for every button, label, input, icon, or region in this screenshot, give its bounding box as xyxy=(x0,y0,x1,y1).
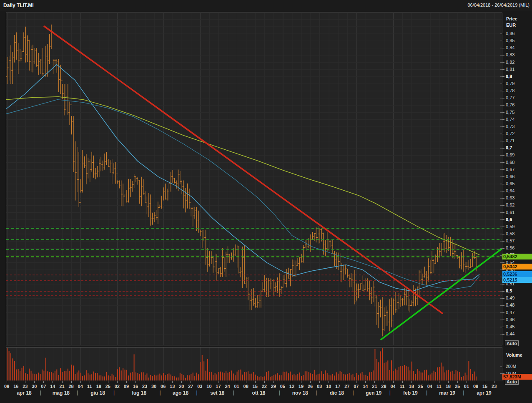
price-panel[interactable] xyxy=(6,13,502,345)
day-label: 10 xyxy=(326,384,331,389)
time-tick xyxy=(99,381,99,383)
time-tick xyxy=(136,381,136,383)
volume-panel[interactable] xyxy=(6,347,502,381)
price-tick-label: 0,64 xyxy=(502,188,532,193)
time-tick xyxy=(347,381,347,383)
month-label: mar 19 xyxy=(439,390,455,396)
price-tick-label: 0,79 xyxy=(502,81,532,86)
day-label: 07 xyxy=(354,384,359,389)
time-tick xyxy=(301,381,301,383)
month-separator: | xyxy=(233,390,234,395)
day-label: 30 xyxy=(151,384,156,389)
day-label: 01 xyxy=(464,384,469,389)
time-tick xyxy=(209,381,209,383)
time-tick xyxy=(374,381,375,383)
time-tick xyxy=(467,381,467,383)
day-label: 22 xyxy=(262,384,267,389)
day-label: 29 xyxy=(271,384,276,389)
month-label: dic 18 xyxy=(330,390,344,396)
price-tick-label: 0,62 xyxy=(502,202,532,207)
price-tick-label: 0,84 xyxy=(502,45,532,50)
time-tick xyxy=(402,381,403,383)
time-tick xyxy=(126,381,127,383)
time-tick xyxy=(62,381,63,383)
volume-chart-canvas[interactable] xyxy=(6,348,502,381)
price-tick-label: 0,75 xyxy=(502,110,532,115)
day-label: 27 xyxy=(344,384,349,389)
price-tick-label: 0,74 xyxy=(502,117,532,122)
day-label: 20 xyxy=(179,384,184,389)
time-tick xyxy=(71,381,72,383)
price-axis: Price EUR 0,860,850,840,830,820,810,80,7… xyxy=(502,13,532,345)
price-tick-label: 0,47 xyxy=(502,310,532,315)
month-separator: | xyxy=(279,390,280,395)
month-separator: | xyxy=(196,390,198,395)
month-label: apr 19 xyxy=(477,390,491,396)
price-tick-label: 0,49 xyxy=(502,295,532,300)
day-label: 17 xyxy=(335,384,340,389)
month-label: apr 18 xyxy=(17,390,31,396)
day-label: 25 xyxy=(105,384,110,389)
day-label: 30 xyxy=(32,384,37,389)
day-label: 16 xyxy=(133,384,138,389)
month-separator: | xyxy=(463,390,464,395)
day-label: 16 xyxy=(13,384,18,389)
day-label: 24 xyxy=(225,384,230,389)
day-label: 26 xyxy=(308,384,313,389)
time-tick xyxy=(430,381,430,383)
price-chart-canvas[interactable] xyxy=(6,13,502,345)
day-label: 08 xyxy=(243,384,248,389)
time-tick xyxy=(34,381,35,383)
month-separator: | xyxy=(159,390,161,395)
time-tick xyxy=(329,381,329,383)
time-tick xyxy=(292,381,292,383)
chart-header: Daily TLIT.MI 06/04/2018 - 26/04/2019 (M… xyxy=(0,0,532,11)
day-label: 23 xyxy=(142,384,147,389)
day-label: 15 xyxy=(482,384,487,389)
time-tick xyxy=(283,381,283,383)
time-tick xyxy=(16,381,16,383)
day-label: 05 xyxy=(280,384,285,389)
month-separator: | xyxy=(316,390,317,395)
price-tick-label: 0,68 xyxy=(502,160,532,165)
price-tick-label: 0,69 xyxy=(502,152,532,157)
price-tick-label: 0,45 xyxy=(502,324,532,329)
price-tick-label: 0,82 xyxy=(502,60,532,65)
price-tick-label: 0,81 xyxy=(502,67,532,72)
day-label: 21 xyxy=(372,384,377,389)
uptrend-line xyxy=(381,249,502,340)
day-label: 11 xyxy=(437,384,442,389)
day-label: 25 xyxy=(455,384,460,389)
day-label: 12 xyxy=(289,384,294,389)
day-label: 09 xyxy=(124,384,129,389)
price-level-badge: 0,5342 xyxy=(502,264,532,270)
price-tick-label: 0,63 xyxy=(502,195,532,200)
chart-window: Daily TLIT.MI 06/04/2018 - 26/04/2019 (M… xyxy=(0,0,532,403)
month-label: mag 18 xyxy=(53,390,70,396)
month-label: feb 19 xyxy=(403,390,418,396)
time-tick xyxy=(108,381,108,383)
day-label: 13 xyxy=(170,384,175,389)
month-label: nov 18 xyxy=(292,390,308,396)
month-label: set 18 xyxy=(210,390,224,396)
day-label: 14 xyxy=(50,384,55,389)
price-tick-label: 0,44 xyxy=(502,331,532,336)
price-level-badge[interactable]: 0,5482 xyxy=(502,254,532,259)
day-label: 04 xyxy=(78,384,83,389)
time-tick xyxy=(163,381,163,383)
day-label: 14 xyxy=(363,384,368,389)
time-tick xyxy=(218,381,218,383)
time-tick xyxy=(154,381,154,383)
time-tick xyxy=(80,381,81,383)
price-auto-button[interactable]: Auto xyxy=(505,340,519,346)
day-label: 03 xyxy=(317,384,322,389)
time-tick xyxy=(255,381,256,383)
day-label: 19 xyxy=(299,384,304,389)
price-tick-label: 0,48 xyxy=(502,302,532,307)
time-tick xyxy=(485,381,485,383)
chart-title: Daily TLIT.MI xyxy=(3,3,34,8)
month-label: giu 18 xyxy=(90,390,105,396)
day-label: 10 xyxy=(206,384,211,389)
time-tick xyxy=(181,381,182,383)
day-label: 18 xyxy=(96,384,101,389)
